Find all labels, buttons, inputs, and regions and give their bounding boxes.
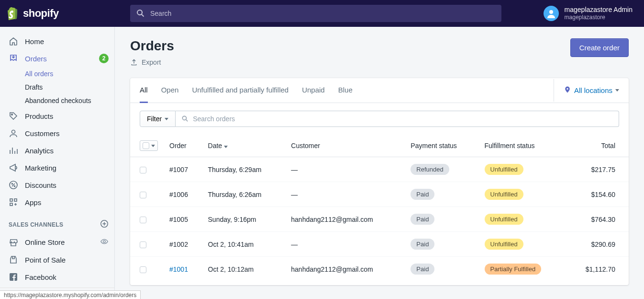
status-bar-url: https://mageplazastore.myshopify.com/adm… xyxy=(0,290,141,299)
row-checkbox[interactable] xyxy=(140,217,146,223)
table-row[interactable]: #1006Thursday, 6:26am—PaidUnfulfilled$15… xyxy=(130,182,629,207)
channel-point-of-sale[interactable]: Point of Sale xyxy=(0,251,114,268)
column-customer[interactable]: Customer xyxy=(285,135,405,157)
online-store-icon xyxy=(9,238,18,247)
column-order[interactable]: Order xyxy=(164,135,202,157)
channel-facebook[interactable]: Facebook xyxy=(0,268,114,286)
sidebar-item-products[interactable]: Products xyxy=(0,107,114,125)
tab-unfulfilled-and-partially-fulfilled[interactable]: Unfulfilled and partially fulfilled xyxy=(192,78,289,103)
page-title: Orders xyxy=(130,38,174,54)
home-icon xyxy=(9,36,18,46)
tab-unpaid[interactable]: Unpaid xyxy=(302,78,325,103)
filter-button[interactable]: Filter xyxy=(140,111,176,127)
cell-order: #1002 xyxy=(164,232,202,257)
sales-channels-heading: SALES CHANNELS xyxy=(0,211,114,233)
view-store-icon[interactable] xyxy=(100,237,109,247)
sidebar-item-label: Analytics xyxy=(25,147,54,155)
cell-customer: hanhdang2112@gmail.com xyxy=(285,207,405,232)
products-icon xyxy=(9,111,18,121)
search-box[interactable] xyxy=(130,5,501,22)
global-search xyxy=(115,5,517,22)
cell-fulfillment: Unfulfilled xyxy=(479,182,566,207)
cell-customer: — xyxy=(285,182,405,207)
add-channel-icon[interactable] xyxy=(100,219,109,230)
search-orders-box[interactable] xyxy=(176,111,619,127)
column-payment[interactable]: Payment status xyxy=(405,135,478,157)
tab-blue[interactable]: Blue xyxy=(338,78,353,103)
user-name: mageplazastore Admin xyxy=(565,5,633,14)
cell-payment: Paid xyxy=(405,232,478,257)
chevron-down-icon xyxy=(165,118,168,120)
avatar xyxy=(544,6,559,21)
cell-order: #1006 xyxy=(164,182,202,207)
row-checkbox[interactable] xyxy=(140,167,146,173)
create-order-button[interactable]: Create order xyxy=(570,38,629,57)
sidebar-item-label: Apps xyxy=(25,198,41,207)
cell-date: Sunday, 9:16pm xyxy=(202,207,286,232)
sidebar-item-label: Products xyxy=(25,112,53,120)
sidebar-sub-drafts[interactable]: Drafts xyxy=(25,80,114,94)
shopify-bag-icon xyxy=(8,7,19,20)
export-button[interactable]: Export xyxy=(130,58,161,66)
user-store: mageplazastore xyxy=(565,14,633,22)
column-date[interactable]: Date xyxy=(202,135,286,157)
cell-date: Thursday, 6:26am xyxy=(202,182,286,207)
cell-total: $290.69 xyxy=(566,232,629,257)
orders-table: Order Date Customer Payment status Fulfi… xyxy=(130,135,629,281)
cell-fulfillment: Unfulfilled xyxy=(479,157,566,182)
svg-rect-6 xyxy=(10,199,12,201)
sidebar: Home Orders 2 All orders Drafts Abandone… xyxy=(0,27,115,299)
sidebar-item-marketing[interactable]: Marketing xyxy=(0,159,114,176)
search-input[interactable] xyxy=(150,10,496,17)
top-bar: shopify mageplazastore Admin mageplazast… xyxy=(0,0,644,27)
cell-order: #1005 xyxy=(164,207,202,232)
tab-open[interactable]: Open xyxy=(161,78,179,103)
cell-payment: Paid xyxy=(405,257,478,282)
sidebar-item-customers[interactable]: Customers xyxy=(0,125,114,142)
locations-dropdown[interactable]: All locations xyxy=(554,79,619,102)
svg-point-5 xyxy=(14,186,15,187)
column-fulfillment[interactable]: Fulfillment status xyxy=(479,135,566,157)
column-total[interactable]: Total xyxy=(566,135,629,157)
cell-date: Oct 2, 10:41am xyxy=(202,232,286,257)
sidebar-item-apps[interactable]: Apps xyxy=(0,194,114,211)
orders-icon xyxy=(9,54,18,63)
cell-total: $154.60 xyxy=(566,182,629,207)
user-menu[interactable]: mageplazastore Admin mageplazastore xyxy=(544,5,644,22)
row-checkbox[interactable] xyxy=(140,242,146,248)
brand-text: shopify xyxy=(23,7,59,20)
select-all-checkbox[interactable] xyxy=(140,140,158,151)
row-checkbox[interactable] xyxy=(140,266,146,273)
cell-fulfillment: Partially Fulfilled xyxy=(479,257,566,282)
pos-icon xyxy=(9,255,18,264)
brand-logo[interactable]: shopify xyxy=(0,7,115,20)
orders-badge: 2 xyxy=(99,54,109,63)
table-row[interactable]: #1007Thursday, 6:29am—RefundedUnfulfille… xyxy=(130,157,629,182)
tab-all[interactable]: All xyxy=(140,78,148,103)
row-checkbox[interactable] xyxy=(140,192,146,198)
sidebar-item-label: Discounts xyxy=(25,181,56,189)
sidebar-sub-all-orders[interactable]: All orders xyxy=(25,67,114,80)
orders-card: AllOpenUnfulfilled and partially fulfill… xyxy=(130,78,629,285)
cell-customer: — xyxy=(285,157,405,182)
sidebar-item-orders[interactable]: Orders 2 xyxy=(0,50,114,67)
cell-customer: hanhdang2112@gmail.com xyxy=(285,257,405,282)
search-icon xyxy=(181,115,189,123)
sidebar-item-discounts[interactable]: Discounts xyxy=(0,176,114,194)
apps-icon xyxy=(9,197,18,207)
sidebar-sub-abandoned[interactable]: Abandoned checkouts xyxy=(25,94,114,107)
cell-payment: Paid xyxy=(405,182,478,207)
search-icon xyxy=(136,9,145,18)
sidebar-item-label: Online Store xyxy=(25,238,65,246)
cell-order: #1007 xyxy=(164,157,202,182)
chevron-down-icon xyxy=(615,89,619,92)
sidebar-item-analytics[interactable]: Analytics xyxy=(0,142,114,159)
search-orders-input[interactable] xyxy=(193,115,613,123)
table-row[interactable]: #1005Sunday, 9:16pmhanhdang2112@gmail.co… xyxy=(130,207,629,232)
table-row[interactable]: #1001Oct 2, 10:12amhanhdang2112@gmail.co… xyxy=(130,257,629,282)
sidebar-item-home[interactable]: Home xyxy=(0,33,114,50)
table-row[interactable]: #1002Oct 2, 10:41am—PaidUnfulfilled$290.… xyxy=(130,232,629,257)
channel-online-store[interactable]: Online Store xyxy=(0,233,114,251)
location-pin-icon xyxy=(564,86,571,95)
sidebar-item-label: Customers xyxy=(25,129,60,138)
